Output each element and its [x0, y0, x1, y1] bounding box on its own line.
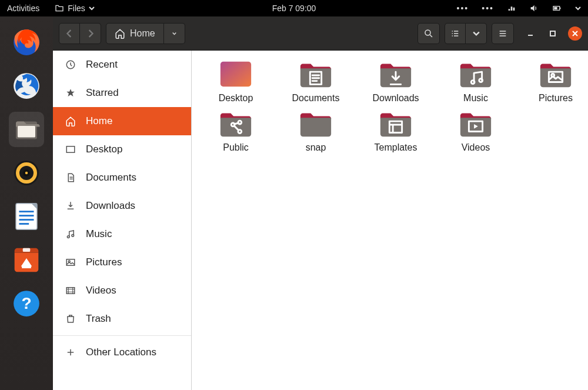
sidebar-item-label: Videos — [86, 285, 116, 296]
pathbar-home[interactable]: Home — [106, 23, 164, 44]
status-dots-icon[interactable]: ••• — [482, 4, 494, 13]
window-minimize-button[interactable] — [523, 26, 537, 41]
folder-icon — [458, 59, 493, 89]
chevron-down-icon — [473, 30, 480, 37]
battery-icon[interactable] — [552, 4, 562, 13]
svg-point-20 — [425, 30, 430, 35]
sidebar-item-other-locations[interactable]: Other Locations — [53, 338, 191, 366]
folder-icon — [378, 108, 413, 139]
dock-help[interactable]: ? — [9, 286, 44, 321]
svg-rect-23 — [66, 146, 75, 153]
file-item[interactable]: Public — [198, 108, 274, 153]
list-icon — [450, 29, 460, 38]
home-icon — [115, 28, 125, 39]
dock-files[interactable] — [9, 112, 44, 147]
sidebar-item-label: Trash — [86, 313, 111, 325]
hamburger-menu-button[interactable] — [492, 23, 514, 44]
file-item-label: Pictures — [539, 93, 573, 104]
file-item-label: snap — [306, 142, 326, 153]
music-icon — [65, 228, 76, 240]
file-item-label: Templates — [375, 142, 417, 153]
file-item-label: Documents — [292, 93, 340, 104]
activities-button[interactable]: Activities — [7, 4, 39, 13]
file-view[interactable]: Desktop Documents Downloads Music Pictur… — [192, 51, 588, 390]
sidebar-item-videos[interactable]: Videos — [53, 276, 191, 305]
sidebar-item-pictures[interactable]: Pictures — [53, 248, 191, 276]
dock-firefox[interactable] — [9, 25, 44, 60]
view-list-button[interactable] — [445, 23, 466, 44]
file-item[interactable]: Desktop — [198, 59, 274, 104]
sidebar-item-recent[interactable]: Recent — [53, 51, 191, 79]
svg-rect-16 — [23, 248, 31, 252]
star-icon — [65, 87, 76, 99]
sidebar-item-desktop[interactable]: Desktop — [53, 135, 191, 164]
file-item[interactable]: Videos — [437, 108, 514, 153]
window-close-button[interactable] — [568, 26, 582, 41]
sidebar-item-downloads[interactable]: Downloads — [53, 192, 191, 220]
file-item[interactable]: Pictures — [517, 59, 588, 104]
sidebar-item-music[interactable]: Music — [53, 220, 191, 248]
videos-icon — [65, 285, 76, 296]
view-options-button[interactable] — [466, 23, 487, 44]
file-item[interactable]: Documents — [278, 59, 354, 104]
sidebar-item-label: Music — [86, 228, 112, 240]
svg-point-25 — [72, 234, 74, 236]
window-maximize-button[interactable] — [546, 26, 560, 41]
search-button[interactable] — [417, 23, 440, 44]
file-item[interactable]: Music — [437, 59, 514, 104]
sidebar-item-home[interactable]: Home — [53, 107, 191, 135]
svg-rect-14 — [19, 219, 34, 221]
svg-point-24 — [67, 236, 69, 238]
file-item-label: Music — [463, 93, 488, 104]
search-icon — [423, 28, 434, 39]
desktop-icon — [65, 144, 76, 155]
volume-icon[interactable] — [529, 4, 539, 13]
folder-icon — [378, 59, 413, 89]
app-menu[interactable]: Files — [55, 4, 95, 13]
plus-icon — [65, 346, 76, 358]
sidebar-separator — [53, 335, 191, 336]
status-dots-icon[interactable]: ••• — [457, 4, 469, 13]
svg-rect-12 — [19, 211, 34, 212]
gnome-top-bar: Activities Files Feb 7 09:00 ••• ••• — [0, 0, 588, 16]
svg-rect-29 — [220, 62, 251, 87]
sidebar-item-label: Documents — [86, 172, 136, 184]
sidebar-item-label: Other Locations — [86, 346, 156, 358]
clock-icon — [65, 59, 76, 71]
network-icon[interactable] — [507, 4, 516, 13]
forward-button[interactable] — [80, 23, 101, 44]
folder-icon — [218, 59, 253, 89]
chevron-down-icon[interactable] — [575, 5, 581, 11]
close-icon — [572, 30, 579, 37]
chevron-right-icon — [86, 29, 95, 38]
file-item-label: Videos — [462, 142, 490, 153]
file-item[interactable]: Downloads — [358, 59, 434, 104]
dock-ubuntu-software[interactable] — [9, 242, 44, 278]
svg-rect-13 — [19, 215, 34, 216]
svg-text:?: ? — [21, 294, 31, 312]
svg-rect-1 — [560, 8, 560, 9]
dock-thunderbird[interactable] — [9, 68, 44, 104]
documents-icon — [65, 172, 76, 184]
file-item[interactable]: Templates — [358, 108, 434, 153]
maximize-icon — [549, 30, 556, 37]
sidebar-item-label: Home — [86, 115, 112, 127]
clock[interactable]: Feb 7 09:00 — [272, 4, 316, 13]
folder-icon — [55, 4, 64, 13]
minimize-icon — [527, 30, 534, 37]
file-item[interactable]: snap — [278, 108, 354, 153]
svg-rect-26 — [66, 259, 75, 266]
dock-rhythmbox[interactable] — [9, 155, 44, 191]
dock-libreoffice-writer[interactable] — [9, 199, 44, 234]
sidebar-item-trash[interactable]: Trash — [53, 305, 191, 333]
svg-rect-6 — [18, 126, 35, 138]
sidebar-item-documents[interactable]: Documents — [53, 164, 191, 192]
pathbar-menu[interactable] — [164, 23, 185, 44]
sidebar-item-label: Desktop — [86, 144, 122, 155]
folder-icon — [538, 59, 573, 89]
svg-rect-15 — [19, 223, 29, 225]
back-button[interactable] — [59, 23, 80, 44]
sidebar-item-starred[interactable]: Starred — [53, 79, 191, 107]
svg-rect-28 — [66, 288, 75, 294]
chevron-left-icon — [65, 29, 74, 38]
